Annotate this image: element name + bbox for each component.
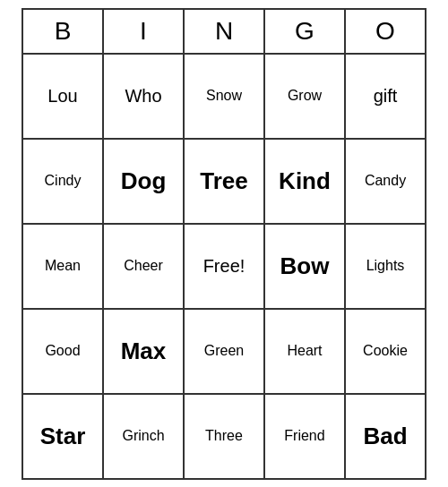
- bingo-cell: Tree: [185, 140, 265, 225]
- bingo-row: StarGrinchThreeFriendBad: [23, 395, 426, 480]
- bingo-cell: Cindy: [23, 140, 104, 225]
- header-row: BINGO: [23, 10, 426, 55]
- header-cell: N: [185, 10, 265, 55]
- bingo-row: MeanCheerFree!BowLights: [23, 225, 426, 310]
- header-cell: O: [346, 10, 426, 55]
- bingo-row: LouWhoSnowGrowgift: [23, 55, 426, 140]
- bingo-cell: Lights: [346, 225, 426, 310]
- bingo-cell: Candy: [346, 140, 426, 225]
- bingo-cell: Heart: [265, 310, 346, 395]
- bingo-cell: Good: [23, 310, 104, 395]
- bingo-cell: Green: [185, 310, 265, 395]
- bingo-row: CindyDogTreeKindCandy: [23, 140, 426, 225]
- bingo-row: GoodMaxGreenHeartCookie: [23, 310, 426, 395]
- bingo-cell: Free!: [185, 225, 265, 310]
- bingo-cell: Cookie: [346, 310, 426, 395]
- bingo-cell: Mean: [23, 225, 104, 310]
- bingo-cell: Three: [185, 395, 265, 480]
- header-cell: I: [104, 10, 185, 55]
- header-cell: B: [23, 10, 104, 55]
- bingo-cell: Who: [104, 55, 185, 140]
- bingo-cell: gift: [346, 55, 426, 140]
- bingo-card: BINGO LouWhoSnowGrowgiftCindyDogTreeKind…: [22, 8, 426, 480]
- bingo-cell: Snow: [185, 55, 265, 140]
- bingo-cell: Kind: [265, 140, 346, 225]
- bingo-cell: Grinch: [104, 395, 185, 480]
- bingo-cell: Lou: [23, 55, 104, 140]
- header-cell: G: [265, 10, 346, 55]
- bingo-cell: Bad: [346, 395, 426, 480]
- bingo-cell: Star: [23, 395, 104, 480]
- bingo-cell: Max: [104, 310, 185, 395]
- bingo-cell: Grow: [265, 55, 346, 140]
- bingo-cell: Bow: [265, 225, 346, 310]
- bingo-cell: Dog: [104, 140, 185, 225]
- bingo-cell: Friend: [265, 395, 346, 480]
- bingo-cell: Cheer: [104, 225, 185, 310]
